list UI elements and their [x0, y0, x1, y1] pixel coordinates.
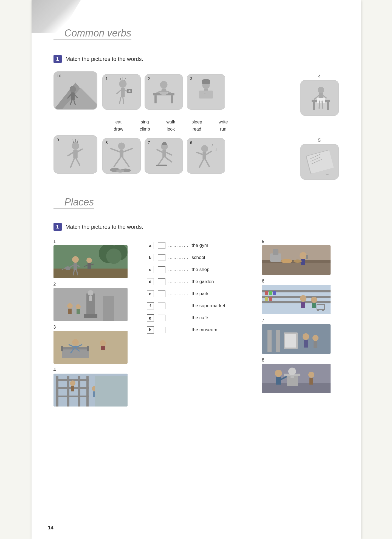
exercise1-header: 1 Match the pictures to the words. — [53, 55, 339, 63]
svg-rect-119 — [115, 300, 128, 321]
place-3-svg — [53, 331, 128, 364]
verbs-container: 10 — [53, 71, 339, 180]
svg-rect-142 — [71, 386, 74, 391]
svg-point-10 — [119, 80, 126, 88]
pic4-label: 4 — [300, 74, 339, 79]
svg-point-151 — [300, 252, 307, 259]
svg-rect-138 — [67, 376, 69, 407]
svg-point-131 — [100, 340, 106, 346]
svg-point-170 — [317, 309, 319, 311]
word-pairs-row: eat draw sing climb walk look sleep read… — [53, 118, 339, 132]
svg-point-116 — [76, 304, 81, 309]
exercise2-instruction: Match the pictures to the words. — [66, 224, 143, 230]
option-f: f ………… the supermarket — [147, 302, 251, 309]
option-b-text: school — [192, 255, 205, 260]
option-e: e ………… the park — [147, 290, 251, 297]
svg-point-105 — [86, 258, 92, 263]
word-pair-sing-climb: sing climb — [140, 118, 150, 132]
picture-7: 7 — [145, 138, 183, 174]
place-5-svg — [262, 245, 331, 275]
svg-point-179 — [312, 335, 318, 341]
svg-point-18 — [128, 90, 131, 92]
picture-3: 3 — [187, 74, 225, 110]
option-c-text: the shop — [192, 267, 210, 272]
picture-1-svg — [103, 75, 140, 109]
svg-rect-132 — [101, 346, 105, 350]
svg-point-29 — [160, 92, 168, 95]
svg-rect-180 — [314, 341, 317, 348]
svg-rect-134 — [56, 376, 58, 407]
place-image-2: 2 — [53, 282, 136, 321]
svg-text:♪: ♪ — [211, 143, 213, 147]
place-7-svg — [262, 324, 331, 354]
svg-rect-191 — [309, 378, 313, 385]
svg-point-3 — [69, 86, 76, 92]
svg-point-125 — [72, 339, 79, 346]
option-e-text: the park — [192, 291, 208, 297]
places-right-column: 5 — [262, 239, 339, 407]
option-g: g ………… the café — [147, 314, 251, 321]
svg-rect-139 — [78, 376, 80, 407]
picture-8: 8 — [102, 138, 141, 174]
picture-1: 1 — [102, 74, 141, 110]
picture-2: 2 — [145, 74, 183, 110]
svg-point-114 — [67, 303, 73, 309]
option-g-text: the café — [192, 315, 208, 321]
svg-rect-145 — [95, 376, 128, 407]
svg-rect-166 — [301, 302, 305, 308]
svg-text:one...: one... — [325, 173, 331, 176]
svg-rect-158 — [262, 296, 331, 298]
option-c: c ………… the shop — [147, 266, 251, 273]
place-4-svg — [53, 374, 128, 407]
svg-rect-159 — [262, 301, 331, 303]
picture-5: one... — [300, 144, 339, 180]
page: Common verbs 1 Match the pictures to the… — [32, 0, 361, 539]
picture-9: 9 — [53, 135, 97, 174]
svg-rect-157 — [262, 290, 331, 292]
svg-rect-23 — [154, 95, 157, 103]
svg-rect-161 — [269, 291, 272, 295]
place-2-svg — [53, 288, 128, 321]
word-pair-walk-look: walk look — [167, 118, 175, 132]
place-image-6: 6 — [262, 279, 339, 314]
svg-point-59 — [118, 143, 125, 149]
svg-rect-163 — [265, 297, 268, 301]
svg-rect-176 — [285, 334, 296, 348]
exercise2-badge: 1 — [53, 223, 62, 231]
svg-rect-186 — [291, 375, 294, 378]
svg-rect-96 — [53, 269, 128, 278]
svg-rect-122 — [62, 349, 89, 358]
svg-point-171 — [322, 309, 324, 311]
svg-rect-98 — [74, 263, 77, 270]
svg-rect-115 — [68, 309, 72, 314]
svg-rect-188 — [276, 377, 281, 385]
place-image-4: 4 — [53, 368, 136, 407]
place-image-5: 5 — [262, 239, 339, 275]
svg-rect-152 — [301, 259, 305, 265]
svg-point-67 — [116, 170, 124, 173]
option-d-text: the garden — [192, 279, 214, 284]
svg-rect-164 — [269, 297, 272, 301]
place-image-7: 7 — [262, 318, 339, 354]
svg-point-38 — [318, 87, 324, 93]
option-a: a ………… the gym — [147, 242, 251, 249]
svg-rect-41 — [327, 102, 329, 110]
svg-rect-153 — [306, 255, 308, 259]
svg-rect-60 — [120, 149, 123, 157]
place-1-svg — [53, 245, 128, 278]
exercise1-instruction: Match the pictures to the words. — [66, 56, 143, 62]
svg-rect-111 — [84, 314, 97, 318]
exercise2-header: 1 Match the pictures to the words. — [53, 223, 339, 231]
picture-4 — [300, 80, 339, 116]
svg-rect-126 — [74, 346, 77, 348]
svg-rect-123 — [61, 346, 63, 351]
option-b: b ………… school — [147, 254, 251, 261]
picture-3-svg — [187, 75, 225, 109]
option-h: h ………… the museum — [147, 326, 251, 334]
word-pair-eat-draw: eat draw — [114, 118, 123, 132]
svg-rect-173 — [267, 330, 272, 352]
svg-point-141 — [70, 380, 75, 386]
option-a-text: the gym — [192, 243, 208, 248]
svg-point-95 — [106, 249, 122, 264]
svg-point-155 — [294, 259, 302, 263]
